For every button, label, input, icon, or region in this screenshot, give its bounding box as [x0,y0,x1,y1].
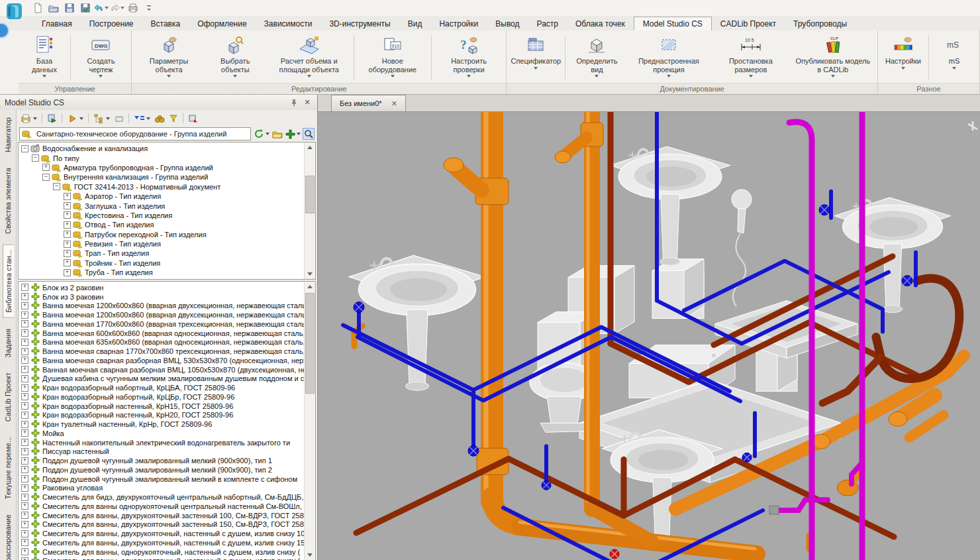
locate-icon[interactable] [303,128,315,140]
print-icon[interactable] [126,1,140,15]
menu-tab-8[interactable]: Настройки [430,17,487,30]
expand-icon[interactable]: + [64,269,71,276]
menu-tab-5[interactable]: Зависимости [256,17,321,30]
list-item[interactable]: +Смеситель для ванны, однорукояточный, н… [19,557,305,560]
tree-item[interactable]: +Арматура трубопроводная - Группа издели… [19,163,305,172]
expand-icon[interactable]: + [21,475,28,482]
expand-icon[interactable]: + [21,439,28,446]
ribbon-button-ms-logo[interactable]: mSmS [931,32,977,83]
list-item[interactable]: +Мойка [19,429,305,438]
menu-tab-13[interactable]: CADLib Проект [712,17,785,30]
list-item[interactable]: +Настенный накопительный электрический в… [19,438,305,447]
list-item[interactable]: +Смеситель для ванны однорукояточный цен… [19,502,305,511]
list-item[interactable]: +Ванна моечная 1770x600x860 (вварная тре… [19,319,305,329]
side-tab-3[interactable]: Библиотека стан... [3,245,14,318]
list-item[interactable]: +Блок из 2 раковин [19,283,305,292]
scroll-up-icon[interactable] [305,282,315,292]
expand-icon[interactable]: + [21,502,28,510]
expand-icon[interactable]: + [64,259,71,266]
close-icon[interactable]: ✕ [302,97,313,107]
side-tab-2[interactable]: Свойства элемента [3,163,13,239]
expand-icon[interactable]: + [64,250,71,257]
filter-sort-icon[interactable] [132,113,145,125]
ribbon-button-settings-rainbow[interactable]: Настройки [880,32,926,83]
save-icon[interactable] [62,1,77,15]
scroll-up-icon[interactable] [305,142,315,152]
list-item[interactable]: +Ванная моечная сварная разборная ВМЦ, 1… [19,365,305,374]
collapse-icon[interactable]: − [32,154,39,162]
ribbon-button-cadlib-publish[interactable]: CLPОпубликовать модель в CADLib [791,32,875,83]
list-item[interactable]: +Смеситель для ванны, однорукояточный, н… [19,547,305,557]
list-item[interactable]: +Кран водоразборный настенный, КрН15, ГО… [19,402,305,411]
ribbon-button-dimensions[interactable]: 10 5Простановка размеров [711,32,790,83]
list-item[interactable]: +Раковина угловая [19,484,305,493]
expand-icon[interactable]: + [42,164,50,171]
expand-icon[interactable]: + [21,293,28,300]
list-item[interactable]: +Писсуар настенный [19,447,305,457]
menu-tab-2[interactable]: Построение [81,17,142,30]
ribbon-button-cube-hand[interactable]: Параметры объекта [134,32,204,83]
list-item[interactable]: +Ванна моечная сварная 1770x700x860 трех… [19,347,305,356]
list-item[interactable]: +Смеситель для ванны, двухрукояточный за… [19,511,305,520]
list-scrollbar[interactable] [304,282,315,560]
menu-tab-14[interactable]: Трубопроводы [785,17,856,30]
expand-icon[interactable]: + [64,221,71,229]
hierarchy-icon[interactable] [92,113,105,125]
side-tab-6[interactable]: Текущие переме... [3,432,13,504]
binoculars-icon[interactable] [153,113,166,125]
ribbon-button-define-view[interactable]: Определить вид [567,32,626,83]
expand-icon[interactable]: + [21,494,28,501]
list-item[interactable]: +Кран водоразборный настенный, КрН20, ГО… [19,411,305,420]
refresh-green-icon[interactable] [253,128,265,140]
expand-icon[interactable]: + [21,512,28,519]
redo-icon[interactable] [110,1,124,15]
app-logo-icon[interactable] [4,1,24,21]
tree-item[interactable]: +Трап - Тип изделия [19,249,305,258]
ribbon-button-volume-calc[interactable]: Расчет объема и площади объекта [267,32,352,83]
expand-icon[interactable]: + [21,429,28,437]
add-green-icon[interactable] [284,128,296,140]
menu-tab-12[interactable]: Model Studio CS [634,17,712,31]
tree-item[interactable]: −Водоснабжение и канализация [19,144,305,153]
db-arrow-icon[interactable] [46,113,58,125]
chevron-down-icon[interactable] [79,117,83,120]
expand-icon[interactable]: + [21,521,28,528]
expand-icon[interactable]: + [21,302,28,309]
pin-icon[interactable] [289,97,299,107]
menu-tab-3[interactable]: Вставка [142,17,189,30]
expand-icon[interactable]: + [21,530,28,537]
tree-item[interactable]: +Тройник - Тип изделия [19,258,305,268]
expand-icon[interactable]: + [21,339,28,346]
list-item[interactable]: +Поддон душевой чугунный эмалированный м… [19,465,305,475]
expand-icon[interactable]: + [21,448,28,455]
expand-icon[interactable]: + [21,366,28,373]
tree-item[interactable]: +Заглушка - Тип изделия [19,201,305,210]
scrollbar-thumb[interactable] [305,176,315,213]
ribbon-button-new-equipment[interactable]: 910Новое оборудование [356,32,429,83]
open-folder-icon[interactable] [46,1,61,15]
expand-icon[interactable]: + [21,284,28,291]
tree-item[interactable]: +Аэратор - Тип изделия [19,192,305,201]
save-check-icon[interactable] [78,1,93,15]
list-item[interactable]: +Кран водоразборный набортный, КрЦБА, ГО… [19,383,305,392]
expand-icon[interactable]: + [64,193,71,200]
expand-icon[interactable]: + [21,393,28,400]
ribbon-button-specificator[interactable]: Спецификатор [509,32,563,83]
expand-icon[interactable]: + [21,320,28,327]
menu-tab-7[interactable]: Вид [399,17,431,30]
list-item[interactable]: +Ванна моечная 635x600x860 (вварная одно… [19,338,305,347]
expand-icon[interactable]: + [21,457,28,465]
collapse-icon[interactable]: − [21,145,28,152]
list-item[interactable]: +Смеситель для бидэ, двухрукояточный цен… [19,492,305,502]
expand-icon[interactable]: + [21,329,28,337]
collapse-icon[interactable]: − [42,174,50,181]
tree-scrollbar[interactable] [304,142,315,279]
menu-tab-6[interactable]: 3D-инструменты [320,17,399,30]
scroll-down-icon[interactable] [305,269,315,279]
expand-icon[interactable]: + [21,557,28,560]
expand-icon[interactable]: + [21,402,28,410]
scroll-down-icon[interactable] [305,550,315,560]
expand-icon[interactable]: + [21,384,28,392]
new-doc-icon[interactable] [30,1,45,15]
expand-icon[interactable]: + [21,357,28,364]
